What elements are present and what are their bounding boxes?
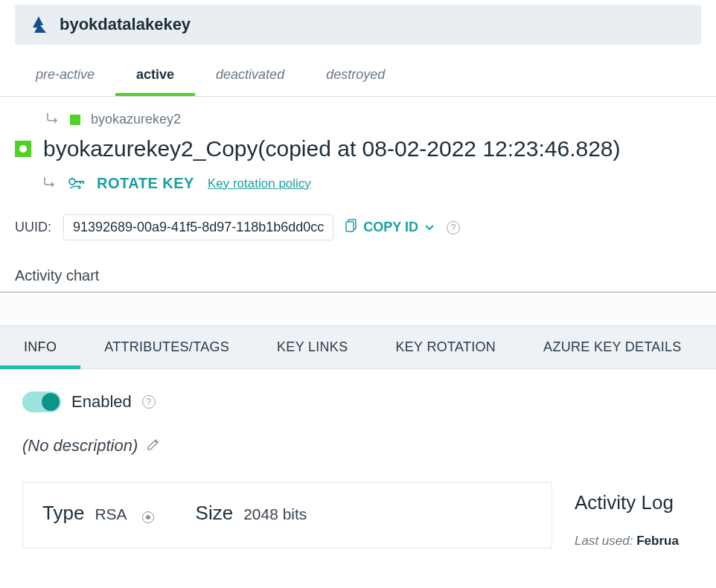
enabled-label: Enabled [71, 392, 132, 412]
azure-icon [30, 16, 49, 33]
type-value: RSA [95, 505, 127, 523]
last-used-value: Februa [636, 534, 679, 548]
copy-icon [345, 219, 357, 236]
edit-icon[interactable] [147, 438, 160, 455]
subtab-key-links[interactable]: KEY LINKS [253, 326, 371, 368]
help-icon[interactable]: ? [142, 395, 156, 409]
svg-point-0 [69, 179, 75, 185]
details-row: Type RSA Size 2048 bits Activity Log Las… [22, 456, 694, 549]
enabled-toggle-row: Enabled ? [22, 392, 694, 412]
uuid-label: UUID: [15, 220, 51, 235]
key-title: byokazurekey2_Copy(copied at 08-02-2022 … [43, 136, 621, 162]
size-label: Size [196, 502, 234, 525]
subtab-attributes[interactable]: ATTRIBUTES/TAGS [80, 326, 253, 368]
svg-rect-1 [346, 222, 354, 231]
spacer [0, 293, 716, 325]
breadcrumb-parent[interactable]: byokazurekey2 [91, 112, 181, 127]
tab-active[interactable]: active [115, 57, 195, 96]
activity-log-panel: Activity Log Last used: Februa [575, 482, 694, 549]
indent-arrow-icon [46, 112, 60, 127]
copy-id-button[interactable]: COPY ID [345, 219, 435, 236]
rotate-row: ROTATE KEY Key rotation policy [0, 162, 716, 192]
breadcrumb: byokazurekey2 [0, 97, 716, 127]
uuid-value: 91392689-00a9-41f5-8d97-118b1b6dd0cc [63, 214, 333, 240]
status-indicator-icon [70, 115, 80, 125]
size-value: 2048 bits [243, 505, 307, 523]
detail-tabs: INFO ATTRIBUTES/TAGS KEY LINKS KEY ROTAT… [0, 325, 716, 369]
description-row: (No description) [22, 412, 694, 456]
type-field: Type RSA [42, 502, 154, 525]
chevron-down-icon [424, 222, 435, 234]
uuid-row: UUID: 91392689-00a9-41f5-8d97-118b1b6dd0… [0, 192, 716, 240]
status-indicator-large-icon [15, 141, 31, 157]
key-rotation-policy-link[interactable]: Key rotation policy [208, 176, 311, 191]
help-icon[interactable]: ? [447, 221, 460, 234]
description-text: (No description) [22, 436, 138, 456]
tab-deactivated[interactable]: deactivated [195, 57, 305, 96]
activity-chart-label: Activity chart [15, 267, 99, 284]
indent-arrow-icon [43, 176, 57, 191]
subtab-key-rotation[interactable]: KEY ROTATION [371, 326, 520, 368]
activity-chart-section[interactable]: Activity chart [0, 240, 716, 293]
status-tabs: pre-active active deactivated destroyed [0, 57, 716, 97]
enabled-toggle[interactable] [22, 392, 61, 412]
key-details-card: Type RSA Size 2048 bits [22, 482, 552, 549]
rotate-key-icon [67, 176, 86, 192]
target-icon [142, 511, 154, 523]
last-used-label: Last used: [575, 534, 633, 548]
tab-pre-active[interactable]: pre-active [15, 57, 115, 96]
type-label: Type [42, 502, 84, 525]
subtab-info[interactable]: INFO [0, 326, 80, 368]
info-panel: Enabled ? (No description) Type RSA Size… [0, 369, 716, 549]
page-title: byokdatalakekey [60, 15, 191, 34]
subtab-azure-details[interactable]: AZURE KEY DETAILS [520, 326, 706, 368]
tab-destroyed[interactable]: destroyed [305, 57, 406, 96]
header-banner: byokdatalakekey [15, 4, 701, 45]
activity-log-title: Activity Log [575, 491, 694, 514]
copy-id-label: COPY ID [363, 220, 418, 235]
size-field: Size 2048 bits [196, 502, 307, 525]
last-used-row: Last used: Februa [575, 534, 694, 549]
key-title-row: byokazurekey2_Copy(copied at 08-02-2022 … [0, 127, 716, 162]
rotate-key-button[interactable]: ROTATE KEY [97, 175, 194, 192]
